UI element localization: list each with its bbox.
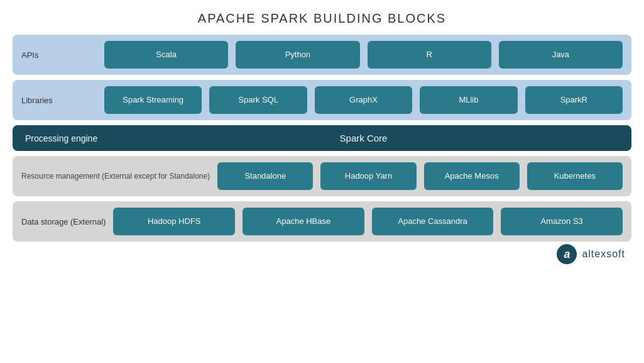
mllib-button: MLlib [420, 86, 517, 114]
logo-icon: a [557, 244, 577, 264]
storage-label: Data storage (External) [21, 217, 106, 226]
logo-area: a altexsoft [13, 244, 631, 264]
resource-label: Resource management (External except for… [21, 171, 210, 182]
libraries-label: Libraries [21, 96, 97, 105]
resource-row: Resource management (External except for… [13, 156, 631, 196]
scala-button: Scala [104, 41, 228, 69]
r-button: R [368, 41, 491, 69]
processing-row: Processing engine Spark Core [13, 125, 631, 151]
storage-row: Data storage (External) Hadoop HDFS Apac… [13, 201, 631, 242]
spark-sql-button: Spark SQL [209, 86, 307, 114]
page-title: APACHE SPARK BUILDING BLOCKS [198, 11, 446, 26]
amazon-s3-button: Amazon S3 [501, 208, 623, 235]
python-button: Python [236, 41, 359, 69]
hadoop-hdfs-button: Hadoop HDFS [113, 208, 235, 235]
kubernetes-button: Kubernetes [527, 162, 623, 190]
libraries-row: Libraries Spark Streaming Spark SQL Grap… [13, 80, 631, 120]
logo-text: altexsoft [582, 249, 625, 260]
spark-core-label: Spark Core [108, 133, 619, 143]
apache-hbase-button: Apache HBase [243, 208, 364, 235]
spark-streaming-button: Spark Streaming [104, 86, 202, 114]
apis-row: APIs Scala Python R Java [13, 35, 631, 75]
graphx-button: GraphX [315, 86, 412, 114]
processing-label: Processing engine [25, 133, 101, 143]
apache-mesos-button: Apache Mesos [424, 162, 520, 190]
apache-cassandra-button: Apache Cassandra [372, 208, 494, 235]
diagram: APIs Scala Python R Java Libraries Spark… [13, 35, 631, 242]
hadoop-yarn-button: Hadoop Yarn [320, 162, 416, 190]
standalone-button: Standalone [217, 162, 313, 190]
java-button: Java [499, 41, 623, 69]
apis-label: APIs [21, 50, 97, 60]
sparkr-button: SparkR [525, 86, 623, 114]
